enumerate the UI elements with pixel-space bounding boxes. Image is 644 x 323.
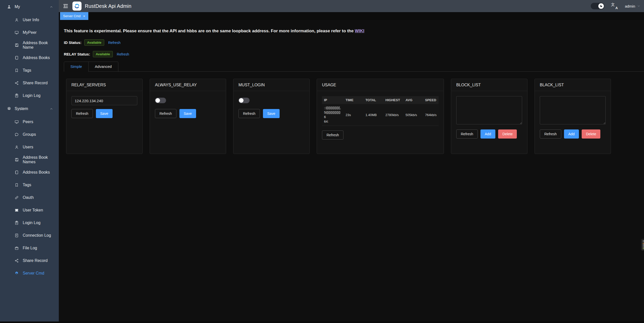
col-time: TIME: [344, 96, 364, 104]
sidebar-item-label: Login Log: [23, 221, 40, 225]
id-status-refresh-link[interactable]: Refresh: [108, 41, 121, 45]
sidebar-item-address-book-names[interactable]: Address Book Names: [0, 153, 59, 166]
user-icon: [14, 18, 19, 22]
menu-fold-icon[interactable]: [62, 3, 69, 9]
sidebar-item-address-books[interactable]: Address Books: [0, 51, 59, 64]
page-tabstrip: Server Cmd ×: [59, 12, 644, 20]
translate-icon[interactable]: 文 A: [611, 3, 618, 9]
redacted-ip-segment: [326, 106, 340, 110]
page-tab-server-cmd[interactable]: Server Cmd ×: [60, 12, 88, 20]
dark-mode-toggle[interactable]: [591, 3, 604, 9]
sidebar-item-peers[interactable]: Peers: [0, 116, 59, 128]
tab-simple[interactable]: Simple: [64, 62, 88, 72]
sidebar-item-label: Address Book Name: [23, 41, 59, 50]
sidebar-item-mypeer[interactable]: MyPeer: [0, 26, 59, 39]
page-tab-label: Server Cmd: [63, 14, 80, 18]
gear-icon: [7, 106, 11, 111]
warning-text: This feature is experimental. Please ens…: [64, 29, 355, 33]
document-icon: [14, 233, 19, 238]
share-icon: [14, 81, 19, 85]
relay-status-refresh-link[interactable]: Refresh: [117, 52, 129, 56]
sidebar-item-label: Address Book Names: [23, 155, 59, 164]
sidebar-item-login-log[interactable]: Login Log: [0, 89, 59, 102]
card-title: BLACK_LIST: [535, 79, 611, 91]
sidebar-item-label: Tags: [23, 68, 31, 73]
chevron-down-icon: [637, 4, 640, 8]
view-tabgroup: Simple Advanced: [64, 62, 118, 72]
tab-advanced[interactable]: Advanced: [88, 62, 118, 72]
sidebar-item-user-info[interactable]: User Info: [0, 14, 59, 26]
sidebar-item-users[interactable]: Users: [0, 141, 59, 153]
black-list-add-button[interactable]: Add: [564, 129, 579, 139]
usage-refresh-button[interactable]: Refresh: [322, 130, 343, 140]
archive-icon: [14, 246, 19, 250]
ticket-icon: [14, 208, 19, 212]
block-list-add-button[interactable]: Add: [480, 129, 495, 139]
sidebar-item-share-record[interactable]: Share Record: [0, 77, 59, 89]
sidebar-item-tags[interactable]: Tags: [0, 64, 59, 77]
block-list-refresh-button[interactable]: Refresh: [456, 129, 478, 139]
sidebar-item-file-log[interactable]: File Log: [0, 242, 59, 254]
sidebar-item-login-log-2[interactable]: Login Log: [0, 217, 59, 229]
sidebar-section-my[interactable]: My: [0, 0, 59, 14]
sidebar-item-oauth[interactable]: Oauth: [0, 191, 59, 204]
relay-status-row: RELAY Status: Available Refresh: [64, 51, 644, 57]
always-use-relay-refresh-button[interactable]: Refresh: [155, 109, 176, 118]
close-icon[interactable]: ×: [83, 14, 85, 18]
must-login-toggle[interactable]: [238, 98, 250, 103]
sidebar-item-label: Share Record: [23, 81, 48, 85]
card-title: USAGE: [317, 79, 444, 91]
sidebar-item-label: Connection Log: [23, 233, 51, 238]
sidebar-item-label: Login Log: [23, 93, 40, 98]
black-list-delete-button[interactable]: Delete: [582, 129, 600, 139]
sidebar-section-label: System: [15, 106, 28, 111]
sidebar-item-address-book-name[interactable]: Address Book Name: [0, 39, 59, 51]
card-relay-servers: RELAY_SERVERS Refresh Save: [66, 79, 143, 154]
sidebar-item-groups[interactable]: Groups: [0, 128, 59, 141]
black-list-refresh-button[interactable]: Refresh: [540, 129, 561, 139]
id-status-label: ID Status:: [64, 40, 82, 45]
chevron-up-icon: [49, 5, 53, 9]
block-list-delete-button[interactable]: Delete: [498, 129, 517, 139]
card-must-login: MUST_LOGIN Refresh Save: [233, 79, 310, 154]
sidebar-item-label: Groups: [23, 132, 36, 137]
relay-servers-save-button[interactable]: Save: [96, 109, 113, 118]
must-login-refresh-button[interactable]: Refresh: [238, 109, 260, 118]
sidebar-item-address-books-2[interactable]: Address Books: [0, 166, 59, 179]
chevron-up-icon: [49, 107, 53, 111]
black-list-textarea[interactable]: [540, 96, 606, 124]
sidebar-item-share-record-2[interactable]: Share Record: [0, 254, 59, 267]
sidebar-item-label: User Token: [23, 208, 43, 212]
book-icon: [14, 43, 19, 47]
must-login-save-button[interactable]: Save: [263, 109, 280, 118]
relay-servers-input[interactable]: [71, 96, 137, 105]
sidebar-item-user-token[interactable]: User Token: [0, 204, 59, 217]
cell-total: 1.40MB: [363, 104, 383, 126]
wiki-link[interactable]: WIKI: [355, 29, 364, 33]
notebook-icon: [14, 56, 19, 60]
always-use-relay-toggle[interactable]: [155, 98, 166, 103]
sidebar-item-label: Share Record: [23, 258, 48, 263]
block-list-textarea[interactable]: [456, 96, 522, 124]
sidebar-item-label: Server Cmd: [23, 271, 44, 276]
view-tabbar: Simple Advanced: [64, 62, 644, 72]
main-content: This feature is experimental. Please ens…: [59, 20, 644, 323]
card-title: RELAY_SERVERS: [66, 79, 142, 91]
sidebar-section-label: My: [15, 5, 20, 9]
scroll-minimap-widget[interactable]: [641, 239, 644, 251]
sidebar-item-connection-log[interactable]: Connection Log: [0, 229, 59, 242]
cell-speed: 764kb/s: [423, 104, 439, 126]
relay-servers-refresh-button[interactable]: Refresh: [71, 109, 93, 118]
sidebar-item-tags-2[interactable]: Tags: [0, 179, 59, 191]
sidebar-item-server-cmd[interactable]: Server Cmd: [0, 267, 59, 280]
sidebar-item-label: Address Books: [23, 170, 50, 175]
col-speed: SPEED: [423, 96, 439, 104]
user-menu[interactable]: admin: [625, 4, 640, 8]
monitor-icon: [14, 120, 19, 124]
card-title: ALWAYS_USE_RELAY: [150, 79, 226, 91]
always-use-relay-save-button[interactable]: Save: [179, 109, 196, 118]
user-icon: [7, 5, 11, 9]
sidebar-item-label: MyPeer: [23, 30, 37, 35]
rustdesk-logo: [72, 2, 82, 11]
sidebar-section-system[interactable]: System: [0, 102, 59, 116]
